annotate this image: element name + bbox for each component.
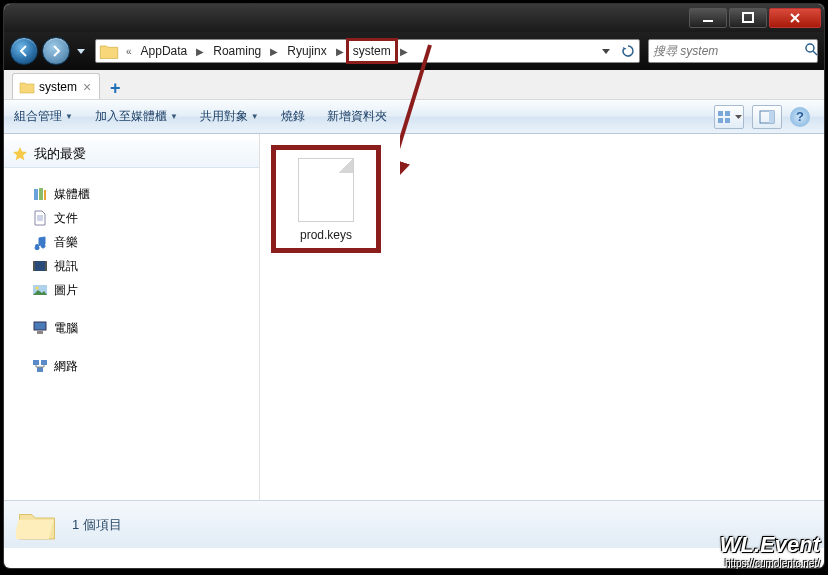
search-icon[interactable] [804, 42, 818, 60]
music-icon [32, 234, 48, 250]
breadcrumb-segment[interactable]: AppData [136, 40, 193, 62]
svg-point-18 [36, 287, 39, 290]
file-name: prod.keys [280, 228, 372, 242]
search-box[interactable] [648, 39, 818, 63]
search-input[interactable] [653, 44, 804, 58]
video-icon [32, 258, 48, 274]
svg-rect-0 [703, 20, 713, 22]
svg-rect-15 [33, 261, 35, 271]
titlebar [4, 4, 824, 32]
view-options-button[interactable] [714, 105, 744, 129]
tab-strip: system × + [4, 70, 824, 100]
folder-icon [99, 41, 119, 61]
star-icon [12, 146, 28, 162]
svg-rect-21 [33, 360, 39, 365]
sidebar-computer[interactable]: 電腦 [4, 316, 259, 340]
sidebar-favorites[interactable]: 我的最愛 [4, 140, 259, 168]
sidebar-network[interactable]: 網路 [4, 354, 259, 378]
file-prod-keys[interactable]: prod.keys [276, 150, 376, 248]
svg-rect-9 [34, 189, 38, 200]
close-tab-icon[interactable]: × [81, 79, 93, 95]
network-icon [32, 358, 48, 374]
svg-rect-4 [725, 111, 730, 116]
forward-button[interactable] [42, 37, 70, 65]
close-button[interactable] [769, 8, 821, 28]
history-dropdown[interactable] [74, 40, 87, 62]
chevron-icon: ▶ [396, 46, 412, 57]
svg-point-2 [806, 44, 814, 52]
svg-rect-16 [45, 261, 47, 271]
libraries-icon [32, 186, 48, 202]
sidebar-libraries[interactable]: 媒體櫃 [4, 182, 259, 206]
sidebar: 我的最愛 媒體櫃 文件 音樂 視訊 [4, 134, 260, 500]
chevron-icon: ▶ [266, 46, 282, 57]
svg-point-12 [35, 244, 39, 248]
svg-rect-8 [769, 111, 774, 123]
chevron-icon: « [122, 46, 136, 57]
refresh-button[interactable] [617, 40, 639, 62]
body: 我的最愛 媒體櫃 文件 音樂 視訊 [4, 134, 824, 500]
new-folder-button[interactable]: 新增資料夾 [327, 108, 387, 125]
back-button[interactable] [10, 37, 38, 65]
svg-point-13 [41, 242, 45, 246]
computer-icon [32, 320, 48, 336]
svg-rect-14 [33, 261, 47, 271]
new-tab-button[interactable]: + [102, 77, 128, 99]
sidebar-item-documents[interactable]: 文件 [4, 206, 259, 230]
address-dropdown[interactable] [595, 40, 617, 62]
navbar: « AppData ▶ Roaming ▶ Ryujinx ▶ system ▶ [4, 32, 824, 70]
explorer-window: « AppData ▶ Roaming ▶ Ryujinx ▶ system ▶… [4, 4, 824, 568]
file-list[interactable]: prod.keys [260, 134, 824, 500]
svg-rect-1 [743, 13, 753, 22]
share-button[interactable]: 共用對象▼ [200, 108, 259, 125]
tab-label: system [39, 80, 77, 94]
sidebar-item-pictures[interactable]: 圖片 [4, 278, 259, 302]
breadcrumb-segment-current[interactable]: system [348, 40, 396, 62]
svg-rect-6 [725, 118, 730, 123]
sidebar-item-videos[interactable]: 視訊 [4, 254, 259, 278]
documents-icon [32, 210, 48, 226]
help-button[interactable]: ? [790, 107, 810, 127]
address-bar[interactable]: « AppData ▶ Roaming ▶ Ryujinx ▶ system ▶ [95, 39, 640, 63]
file-icon [298, 158, 354, 222]
folder-icon [16, 507, 58, 543]
include-library-button[interactable]: 加入至媒體櫃▼ [95, 108, 178, 125]
svg-rect-11 [44, 190, 46, 200]
burn-button[interactable]: 燒錄 [281, 108, 305, 125]
breadcrumb-segment[interactable]: Ryujinx [282, 40, 331, 62]
svg-rect-3 [718, 111, 723, 116]
svg-rect-10 [39, 188, 43, 200]
svg-rect-22 [41, 360, 47, 365]
folder-icon [19, 79, 35, 95]
svg-rect-20 [37, 331, 43, 334]
preview-pane-button[interactable] [752, 105, 782, 129]
tab-system[interactable]: system × [12, 73, 100, 99]
sidebar-item-music[interactable]: 音樂 [4, 230, 259, 254]
maximize-button[interactable] [729, 8, 767, 28]
toolbar: 組合管理▼ 加入至媒體櫃▼ 共用對象▼ 燒錄 新增資料夾 ? [4, 100, 824, 134]
minimize-button[interactable] [689, 8, 727, 28]
status-text: 1 個項目 [72, 516, 122, 534]
breadcrumb-segment[interactable]: Roaming [208, 40, 266, 62]
svg-rect-5 [718, 118, 723, 123]
chevron-icon: ▶ [192, 46, 208, 57]
status-bar: 1 個項目 [4, 500, 824, 548]
svg-rect-19 [34, 322, 46, 330]
chevron-icon: ▶ [332, 46, 348, 57]
watermark: WL.Event https://cumolentc.net/ [720, 532, 820, 569]
organize-button[interactable]: 組合管理▼ [14, 108, 73, 125]
pictures-icon [32, 282, 48, 298]
